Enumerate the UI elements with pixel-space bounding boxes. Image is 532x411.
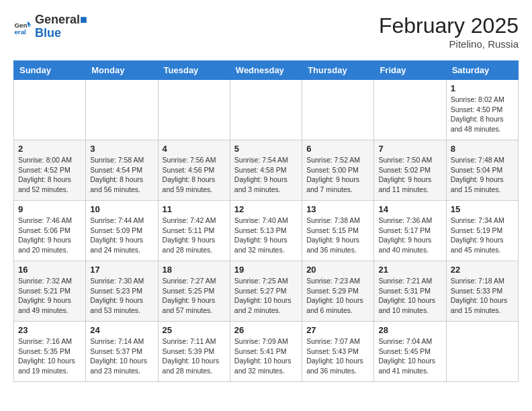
day-info: Sunrise: 7:25 AM Sunset: 5:27 PM Dayligh… <box>234 276 298 316</box>
calendar-header-row: Sunday Monday Tuesday Wednesday Thursday… <box>14 61 519 80</box>
col-friday: Friday <box>374 61 446 80</box>
table-row: 6Sunrise: 7:52 AM Sunset: 5:00 PM Daylig… <box>302 140 374 201</box>
day-info: Sunrise: 7:04 AM Sunset: 5:45 PM Dayligh… <box>378 336 441 376</box>
logo-icon: Gen eral <box>13 17 32 36</box>
table-row: 12Sunrise: 7:40 AM Sunset: 5:13 PM Dayli… <box>230 201 302 261</box>
day-info: Sunrise: 7:56 AM Sunset: 4:56 PM Dayligh… <box>163 155 226 195</box>
day-info: Sunrise: 7:18 AM Sunset: 5:33 PM Dayligh… <box>451 276 514 316</box>
table-row: 4Sunrise: 7:56 AM Sunset: 4:56 PM Daylig… <box>158 140 230 201</box>
page-header: Gen eral General■ Blue February 2025 Pit… <box>13 13 519 50</box>
table-row: 21Sunrise: 7:21 AM Sunset: 5:31 PM Dayli… <box>374 261 446 322</box>
table-row: 3Sunrise: 7:58 AM Sunset: 4:54 PM Daylig… <box>86 140 158 201</box>
title-block: February 2025 Pitelino, Russia <box>379 13 519 50</box>
table-row <box>302 80 374 140</box>
table-row: 25Sunrise: 7:11 AM Sunset: 5:39 PM Dayli… <box>158 322 230 382</box>
day-info: Sunrise: 7:07 AM Sunset: 5:43 PM Dayligh… <box>306 336 369 376</box>
day-number: 14 <box>378 204 441 214</box>
logo: Gen eral General■ Blue <box>13 13 87 40</box>
day-number: 20 <box>306 265 369 275</box>
day-number: 9 <box>18 204 81 214</box>
table-row: 20Sunrise: 7:23 AM Sunset: 5:29 PM Dayli… <box>302 261 374 322</box>
day-number: 7 <box>378 144 441 154</box>
table-row: 18Sunrise: 7:27 AM Sunset: 5:25 PM Dayli… <box>158 261 230 322</box>
day-info: Sunrise: 7:48 AM Sunset: 5:04 PM Dayligh… <box>451 155 514 195</box>
day-number: 1 <box>451 83 514 93</box>
day-info: Sunrise: 7:27 AM Sunset: 5:25 PM Dayligh… <box>163 276 226 316</box>
col-monday: Monday <box>86 61 158 80</box>
day-number: 27 <box>306 325 369 335</box>
table-row: 26Sunrise: 7:09 AM Sunset: 5:41 PM Dayli… <box>230 322 302 382</box>
calendar-week-row: 16Sunrise: 7:32 AM Sunset: 5:21 PM Dayli… <box>14 261 519 322</box>
table-row: 17Sunrise: 7:30 AM Sunset: 5:23 PM Dayli… <box>86 261 158 322</box>
table-row: 13Sunrise: 7:38 AM Sunset: 5:15 PM Dayli… <box>302 201 374 261</box>
table-row <box>14 80 86 140</box>
day-info: Sunrise: 7:46 AM Sunset: 5:06 PM Dayligh… <box>18 216 81 255</box>
day-number: 13 <box>306 204 369 214</box>
day-info: Sunrise: 7:14 AM Sunset: 5:37 PM Dayligh… <box>90 336 153 376</box>
table-row <box>86 80 158 140</box>
day-number: 12 <box>234 204 298 214</box>
table-row <box>374 80 446 140</box>
day-number: 11 <box>163 204 226 214</box>
day-info: Sunrise: 8:00 AM Sunset: 4:52 PM Dayligh… <box>18 155 81 195</box>
table-row: 11Sunrise: 7:42 AM Sunset: 5:11 PM Dayli… <box>158 201 230 261</box>
col-sunday: Sunday <box>14 61 86 80</box>
day-info: Sunrise: 7:50 AM Sunset: 5:02 PM Dayligh… <box>378 155 441 195</box>
day-number: 10 <box>90 204 153 214</box>
day-number: 28 <box>378 325 441 335</box>
day-info: Sunrise: 7:36 AM Sunset: 5:17 PM Dayligh… <box>378 216 441 255</box>
day-number: 23 <box>18 325 81 335</box>
day-info: Sunrise: 7:42 AM Sunset: 5:11 PM Dayligh… <box>163 216 226 255</box>
day-number: 16 <box>18 265 81 275</box>
day-number: 17 <box>90 265 153 275</box>
month-title: February 2025 <box>379 13 519 38</box>
svg-text:eral: eral <box>14 28 26 36</box>
day-number: 26 <box>234 325 298 335</box>
day-number: 25 <box>163 325 226 335</box>
table-row: 27Sunrise: 7:07 AM Sunset: 5:43 PM Dayli… <box>302 322 374 382</box>
day-info: Sunrise: 7:16 AM Sunset: 5:35 PM Dayligh… <box>18 336 81 376</box>
day-number: 24 <box>90 325 153 335</box>
day-number: 19 <box>234 265 298 275</box>
table-row: 2Sunrise: 8:00 AM Sunset: 4:52 PM Daylig… <box>14 140 86 201</box>
table-row: 8Sunrise: 7:48 AM Sunset: 5:04 PM Daylig… <box>446 140 518 201</box>
day-number: 4 <box>163 144 226 154</box>
table-row <box>230 80 302 140</box>
table-row: 19Sunrise: 7:25 AM Sunset: 5:27 PM Dayli… <box>230 261 302 322</box>
table-row: 16Sunrise: 7:32 AM Sunset: 5:21 PM Dayli… <box>14 261 86 322</box>
day-info: Sunrise: 7:11 AM Sunset: 5:39 PM Dayligh… <box>163 336 226 376</box>
day-number: 2 <box>18 144 81 154</box>
day-info: Sunrise: 7:30 AM Sunset: 5:23 PM Dayligh… <box>90 276 153 316</box>
table-row: 1Sunrise: 8:02 AM Sunset: 4:50 PM Daylig… <box>446 80 518 140</box>
day-info: Sunrise: 7:40 AM Sunset: 5:13 PM Dayligh… <box>234 216 298 255</box>
table-row <box>446 322 518 382</box>
col-wednesday: Wednesday <box>230 61 302 80</box>
calendar-week-row: 2Sunrise: 8:00 AM Sunset: 4:52 PM Daylig… <box>14 140 519 201</box>
calendar-table: Sunday Monday Tuesday Wednesday Thursday… <box>13 60 519 382</box>
location-subtitle: Pitelino, Russia <box>379 38 519 50</box>
day-number: 8 <box>451 144 514 154</box>
table-row: 22Sunrise: 7:18 AM Sunset: 5:33 PM Dayli… <box>446 261 518 322</box>
table-row: 9Sunrise: 7:46 AM Sunset: 5:06 PM Daylig… <box>14 201 86 261</box>
day-number: 22 <box>451 265 514 275</box>
day-number: 18 <box>163 265 226 275</box>
calendar-week-row: 9Sunrise: 7:46 AM Sunset: 5:06 PM Daylig… <box>14 201 519 261</box>
col-saturday: Saturday <box>446 61 518 80</box>
day-info: Sunrise: 7:44 AM Sunset: 5:09 PM Dayligh… <box>90 216 153 255</box>
table-row: 28Sunrise: 7:04 AM Sunset: 5:45 PM Dayli… <box>374 322 446 382</box>
table-row <box>158 80 230 140</box>
day-info: Sunrise: 8:02 AM Sunset: 4:50 PM Dayligh… <box>451 95 514 134</box>
calendar-week-row: 1Sunrise: 8:02 AM Sunset: 4:50 PM Daylig… <box>14 80 519 140</box>
day-number: 5 <box>234 144 298 154</box>
table-row: 14Sunrise: 7:36 AM Sunset: 5:17 PM Dayli… <box>374 201 446 261</box>
day-info: Sunrise: 7:34 AM Sunset: 5:19 PM Dayligh… <box>451 216 514 255</box>
day-info: Sunrise: 7:58 AM Sunset: 4:54 PM Dayligh… <box>90 155 153 195</box>
day-number: 3 <box>90 144 153 154</box>
table-row: 10Sunrise: 7:44 AM Sunset: 5:09 PM Dayli… <box>86 201 158 261</box>
table-row: 7Sunrise: 7:50 AM Sunset: 5:02 PM Daylig… <box>374 140 446 201</box>
day-number: 21 <box>378 265 441 275</box>
logo-text: General■ Blue <box>35 13 87 40</box>
day-info: Sunrise: 7:38 AM Sunset: 5:15 PM Dayligh… <box>306 216 369 255</box>
col-tuesday: Tuesday <box>158 61 230 80</box>
table-row: 5Sunrise: 7:54 AM Sunset: 4:58 PM Daylig… <box>230 140 302 201</box>
